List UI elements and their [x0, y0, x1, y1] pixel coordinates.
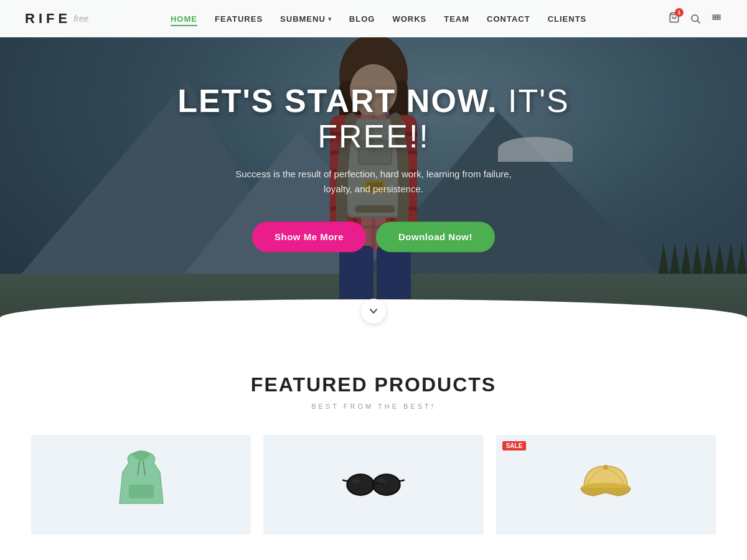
svg-point-30 [347, 474, 374, 495]
nav-item-features[interactable]: FEATURES [215, 13, 263, 24]
logo[interactable]: RIFE free [25, 11, 88, 27]
svg-line-33 [400, 480, 405, 482]
cart-badge: 1 [675, 8, 684, 17]
nav-link-clients[interactable]: CLIENTS [548, 14, 587, 24]
nav-item-team[interactable]: TEAM [444, 13, 469, 24]
nav-link-home[interactable]: HOME [171, 14, 197, 26]
hero-title-bold: LET'S START NOW. [177, 83, 497, 119]
sale-badge: SALE [502, 441, 527, 450]
hero-content: LET'S START NOW. IT'S FREE!! Success is … [125, 83, 622, 252]
cart-button[interactable]: 1 [669, 12, 680, 26]
nav-icons: 1 [669, 12, 722, 26]
hero-section: LET'S START NOW. IT'S FREE!! Success is … [0, 0, 747, 336]
hero-subtitle: Success is the result of perfection, har… [224, 167, 523, 197]
featured-section: FEATURED PRODUCTS BEST FROM THE BEST! [0, 336, 747, 559]
logo-rife-text: RIFE [25, 11, 71, 27]
hero-buttons: Show Me More Download Now! [125, 222, 622, 253]
svg-point-34 [352, 478, 360, 483]
scroll-down-button[interactable] [361, 299, 386, 324]
logo-free-text: free [73, 14, 88, 24]
nav-link-features[interactable]: FEATURES [215, 14, 263, 24]
navbar: RIFE free HOME FEATURES SUBMENU ▾ BLOG W… [0, 0, 747, 37]
svg-point-1 [692, 15, 698, 22]
show-more-button[interactable]: Show Me More [252, 222, 366, 253]
product-card-1[interactable] [31, 435, 251, 534]
nav-item-works[interactable]: WORKS [392, 13, 426, 24]
nav-item-contact[interactable]: CONTACT [487, 13, 530, 24]
nav-link-submenu[interactable]: SUBMENU ▾ [280, 14, 332, 24]
nav-item-blog[interactable]: BLOG [349, 13, 375, 24]
svg-rect-27 [129, 485, 154, 498]
wishlist-icon[interactable] [711, 13, 722, 24]
svg-line-2 [697, 21, 700, 23]
featured-subtitle: BEST FROM THE BEST! [25, 403, 722, 410]
nav-links: HOME FEATURES SUBMENU ▾ BLOG WORKS TEAM … [171, 13, 586, 24]
hoodie-illustration [110, 447, 172, 522]
product-card-3[interactable]: SALE [496, 435, 716, 534]
submenu-chevron-icon: ▾ [328, 16, 332, 22]
hat-illustration [575, 447, 637, 522]
products-grid: SALE [31, 435, 716, 534]
nav-link-team[interactable]: TEAM [444, 14, 469, 24]
nav-link-contact[interactable]: CONTACT [487, 14, 530, 24]
search-icon[interactable] [690, 13, 701, 24]
svg-point-31 [373, 474, 400, 495]
nav-link-works[interactable]: WORKS [392, 14, 426, 24]
featured-title: FEATURED PRODUCTS [25, 373, 722, 396]
svg-point-35 [378, 478, 386, 483]
product-card-2[interactable] [263, 435, 483, 534]
hero-title: LET'S START NOW. IT'S FREE!! [125, 83, 622, 154]
nav-link-blog[interactable]: BLOG [349, 14, 375, 24]
chevron-down-icon [369, 307, 378, 315]
download-now-button[interactable]: Download Now! [376, 222, 495, 253]
nav-item-submenu[interactable]: SUBMENU ▾ [280, 14, 332, 24]
svg-line-32 [342, 480, 347, 482]
sunglasses-illustration [342, 447, 405, 522]
nav-item-home[interactable]: HOME [171, 13, 197, 24]
nav-item-clients[interactable]: CLIENTS [548, 13, 587, 24]
